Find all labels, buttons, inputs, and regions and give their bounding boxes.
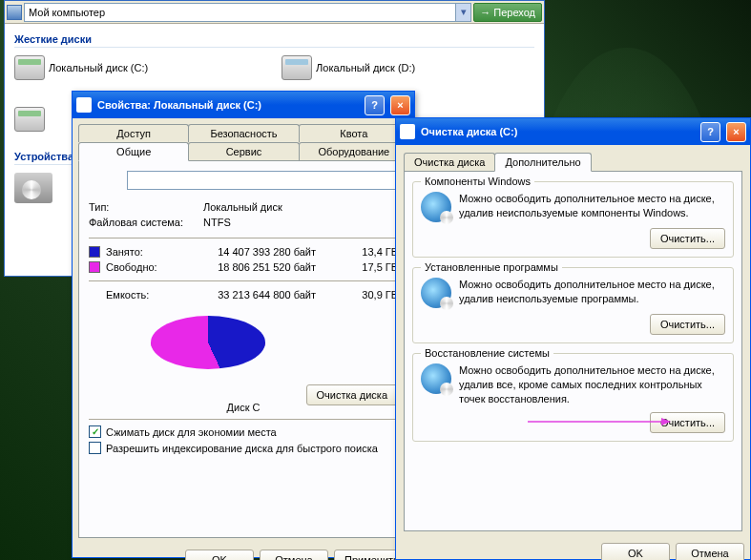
group-installed-programs: Установленные программы Можно освободить… (412, 267, 734, 343)
free-gb: 17,5 ГБ (316, 261, 398, 273)
free-bytes: 18 806 251 520 байт (182, 261, 316, 273)
type-value: Локальный диск (203, 201, 282, 213)
address-input[interactable]: Мой компьютер ▾ (24, 3, 471, 22)
cleanup-footer: OK Отмена (396, 537, 750, 560)
free-space-row: Свободно: 18 806 251 520 байт 17,5 ГБ (89, 259, 398, 275)
properties-dialog: Свойства: Локальный диск (C:) ? × Доступ… (72, 91, 415, 558)
ok-button[interactable]: OK (185, 550, 254, 560)
more-options-panel: Компоненты Windows Можно освободить допо… (404, 171, 742, 531)
used-gb: 13,4 ГБ (316, 246, 398, 258)
close-button[interactable]: × (726, 122, 746, 142)
tab-service[interactable]: Сервис (188, 142, 299, 160)
computer-icon (7, 5, 22, 20)
disk-usage-pie-chart (151, 316, 265, 383)
index-checkbox-row[interactable]: Разрешить индексирование диска для быстр… (89, 442, 398, 454)
used-space-row: Занято: 14 407 393 280 байт 13,4 ГБ (89, 244, 398, 259)
ok-button[interactable]: OK (601, 543, 670, 560)
tab-security[interactable]: Безопасность (188, 124, 299, 142)
tab-cleanup-main[interactable]: Очистка диска (404, 153, 495, 171)
tab-cleanup-more[interactable]: Дополнительно (494, 153, 591, 172)
free-label: Свободно: (106, 261, 182, 273)
group-system-restore: Восстановление системы Можно освободить … (412, 353, 734, 442)
restore-text: Можно освободить дополнительное место на… (459, 363, 725, 406)
capacity-gb: 30,9 ГБ (316, 289, 398, 301)
help-button[interactable]: ? (700, 122, 720, 142)
drive-c-label: Локальный диск (C:) (49, 62, 148, 73)
cleanup-title: Очистка диска (C:) (421, 126, 517, 137)
pie-chart-area: Диск C Очистка диска (89, 308, 398, 413)
arrow-right-icon: → (480, 7, 490, 18)
group-title-components: Компоненты Windows (421, 176, 534, 187)
type-label: Тип: (89, 201, 203, 213)
cleanup-restore-button[interactable]: Очистить... (650, 412, 725, 433)
properties-titlebar[interactable]: Свойства: Локальный диск (C:) ? × (73, 92, 414, 118)
fs-value: NTFS (203, 217, 231, 228)
hard-drive-icon (282, 55, 312, 80)
drive-c[interactable]: Локальный диск (C:) (14, 55, 148, 80)
disk-cleanup-dialog: Очистка диска (C:) ? × Очистка диска Доп… (395, 117, 751, 560)
drive-d-label: Локальный диск (D:) (316, 62, 415, 73)
cleanup-components-button[interactable]: Очистить... (650, 228, 725, 249)
fs-label: Файловая система: (89, 217, 203, 228)
used-bytes: 14 407 393 280 байт (182, 246, 316, 258)
compress-label: Сжимать диск для экономии места (106, 426, 277, 438)
components-text: Можно освободить дополнительное место на… (459, 192, 725, 222)
disk-cleanup-button[interactable]: Очистка диска (306, 384, 398, 405)
general-panel: Тип: Локальный диск Файловая система: NT… (78, 160, 408, 538)
programs-icon (421, 278, 451, 308)
tab-hardware[interactable]: Оборудование (299, 142, 409, 160)
capacity-row: Емкость: 33 213 644 800 байт 30,9 ГБ (89, 287, 398, 302)
used-color-swatch (89, 246, 100, 258)
capacity-bytes: 33 213 644 800 байт (182, 289, 316, 301)
free-color-swatch (89, 261, 100, 273)
tabs-row-2: Общие Сервис Оборудование (73, 142, 414, 160)
checkbox-checked-icon[interactable]: ✓ (89, 425, 101, 438)
components-icon (421, 192, 451, 222)
hard-drive-icon (14, 55, 45, 80)
restore-icon (421, 363, 451, 394)
index-label: Разрешить индексирование диска для быстр… (106, 443, 378, 454)
address-bar: Мой компьютер ▾ → Переход (5, 1, 544, 24)
tab-access[interactable]: Доступ (78, 124, 189, 142)
cancel-button[interactable]: Отмена (676, 543, 744, 560)
compress-checkbox-row[interactable]: ✓ Сжимать диск для экономии места (89, 425, 398, 438)
programs-text: Можно освободить дополнительное место на… (459, 278, 725, 308)
cancel-button[interactable]: Отмена (260, 550, 328, 560)
volume-label-input[interactable] (127, 171, 398, 190)
go-label: Переход (493, 7, 535, 18)
close-button[interactable]: × (390, 95, 410, 115)
address-text: Мой компьютер (29, 7, 105, 18)
group-title-restore: Восстановление системы (421, 347, 553, 359)
group-windows-components: Компоненты Windows Можно освободить допо… (412, 181, 734, 258)
dvd-drive-icon[interactable] (14, 173, 52, 203)
properties-footer: OK Отмена Применить (73, 544, 414, 560)
cleanup-titlebar[interactable]: Очистка диска (C:) ? × (396, 118, 750, 145)
checkbox-unchecked-icon[interactable] (89, 442, 101, 454)
help-button[interactable]: ? (365, 95, 385, 115)
capacity-label: Емкость: (106, 289, 182, 301)
hard-drive-icon[interactable] (14, 107, 45, 132)
tab-quota[interactable]: Квота (299, 124, 409, 142)
section-hard-drives: Жесткие диски (14, 30, 534, 48)
drive-icon (76, 97, 92, 113)
tabs-row-1: Доступ Безопасность Квота (73, 118, 414, 142)
tab-general[interactable]: Общие (78, 142, 189, 161)
cleanup-icon (400, 124, 415, 139)
used-label: Занято: (106, 246, 182, 258)
cleanup-tabs: Очистка диска Дополнительно (396, 145, 750, 171)
properties-title: Свойства: Локальный диск (C:) (97, 99, 261, 111)
group-title-programs: Установленные программы (421, 261, 562, 273)
go-button[interactable]: → Переход (473, 3, 542, 22)
drive-d[interactable]: Локальный диск (D:) (282, 55, 415, 80)
address-dropdown-icon[interactable]: ▾ (455, 4, 470, 21)
cleanup-programs-button[interactable]: Очистить... (650, 314, 725, 335)
